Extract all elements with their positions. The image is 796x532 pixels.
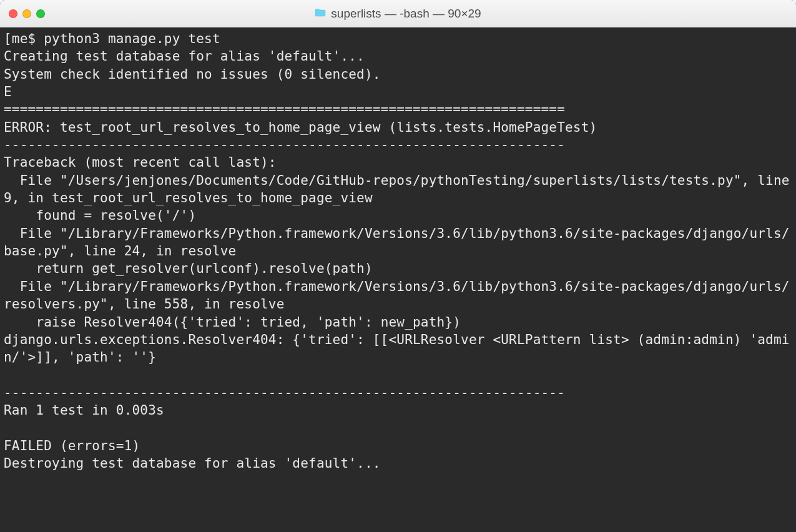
terminal-line: E — [4, 83, 792, 101]
titlebar: superlists — -bash — 90×29 — [0, 0, 796, 27]
terminal-output[interactable]: [me$ python3 manage.py testCreating test… — [0, 27, 796, 532]
terminal-line: FAILED (errors=1) — [4, 437, 792, 455]
terminal-line: raise Resolver404({'tried': tried, 'path… — [4, 313, 792, 331]
terminal-line: found = resolve('/') — [4, 207, 792, 224]
terminal-line: ========================================… — [4, 101, 792, 118]
terminal-window: superlists — -bash — 90×29 [me$ python3 … — [0, 0, 796, 532]
terminal-line: Ran 1 test in 0.003s — [4, 401, 792, 419]
terminal-line: return get_resolver(urlconf).resolve(pat… — [4, 260, 792, 277]
terminal-line: File "/Users/jenjones/Documents/Code/Git… — [4, 172, 792, 207]
terminal-line: Creating test database for alias 'defaul… — [4, 47, 792, 65]
terminal-line: System check identified no issues (0 sil… — [4, 66, 792, 83]
terminal-line: Destroying test database for alias 'defa… — [4, 455, 792, 472]
terminal-line: django.urls.exceptions.Resolver404: {'tr… — [4, 331, 792, 367]
terminal-line: ----------------------------------------… — [4, 136, 792, 154]
terminal-line: [me$ python3 manage.py test — [4, 30, 792, 47]
terminal-line: File "/Library/Frameworks/Python.framewo… — [4, 278, 792, 313]
title-wrap: superlists — -bash — 90×29 — [0, 7, 796, 21]
terminal-line: File "/Library/Frameworks/Python.framewo… — [4, 225, 792, 260]
close-button[interactable] — [9, 9, 17, 18]
terminal-line — [4, 367, 792, 384]
window-title: superlists — -bash — 90×29 — [331, 7, 481, 21]
terminal-line: ERROR: test_root_url_resolves_to_home_pa… — [4, 119, 792, 136]
minimize-button[interactable] — [22, 9, 31, 18]
maximize-button[interactable] — [36, 9, 45, 18]
terminal-line — [4, 420, 792, 437]
terminal-line: Traceback (most recent call last): — [4, 154, 792, 171]
terminal-line: ----------------------------------------… — [4, 384, 792, 401]
folder-icon — [315, 8, 326, 19]
traffic-lights — [9, 9, 45, 18]
